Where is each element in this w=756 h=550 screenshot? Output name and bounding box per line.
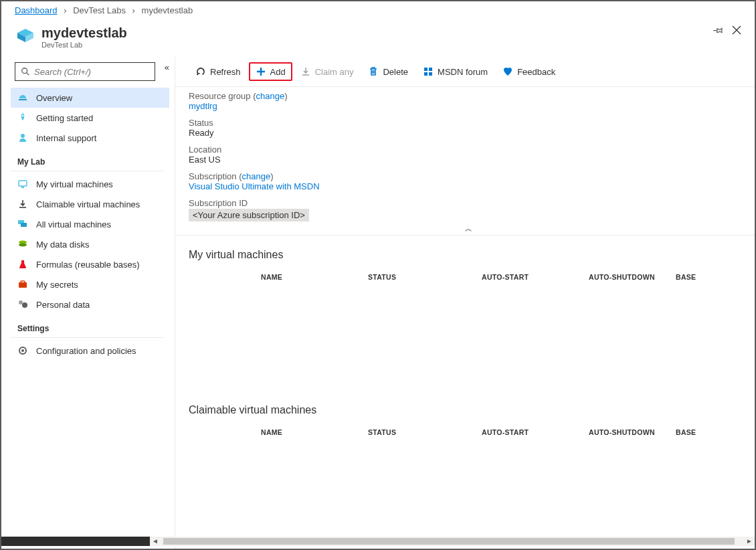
sidebar-item-claimable-vms[interactable]: Claimable virtual machines bbox=[11, 194, 169, 214]
svg-rect-10 bbox=[19, 181, 27, 186]
svg-rect-27 bbox=[429, 72, 432, 76]
close-button[interactable] bbox=[732, 25, 741, 37]
chevron-right-icon: › bbox=[132, 5, 135, 15]
subscription-label: Subscription bbox=[189, 171, 237, 181]
status-value: Ready bbox=[189, 128, 214, 138]
scroll-left-button[interactable]: ◄ bbox=[150, 537, 161, 546]
sidebar-item-overview[interactable]: Overview bbox=[11, 88, 169, 108]
vm-icon bbox=[17, 179, 28, 189]
section-title: Claimable virtual machines bbox=[189, 404, 741, 416]
column-auto-shutdown[interactable]: AUTO-SHUTDOWN bbox=[589, 273, 676, 281]
sidebar-item-label: My data disks bbox=[36, 240, 89, 250]
page-subtitle: DevTest Lab bbox=[41, 41, 127, 49]
section-title: My virtual machines bbox=[189, 249, 741, 261]
sidebar: « Overview Getting started Internal supp… bbox=[1, 57, 175, 550]
column-status[interactable]: STATUS bbox=[368, 273, 482, 281]
collapse-sidebar-button[interactable]: « bbox=[165, 62, 169, 72]
bottom-bars: ◄ ► bbox=[1, 534, 755, 549]
subscription-id-label: Subscription ID bbox=[189, 198, 248, 208]
status-label: Status bbox=[189, 118, 213, 128]
sidebar-item-label: Configuration and policies bbox=[36, 346, 136, 356]
sidebar-item-my-data-disks[interactable]: My data disks bbox=[11, 234, 169, 254]
search-icon bbox=[21, 67, 30, 76]
svg-point-18 bbox=[19, 300, 23, 304]
claimable-vms-section: Claimable virtual machines NAME STATUS A… bbox=[175, 391, 755, 452]
column-base[interactable]: BASE bbox=[676, 273, 729, 281]
sidebar-item-formulas[interactable]: Formulas (reusable bases) bbox=[11, 254, 169, 274]
overview-icon bbox=[17, 92, 28, 103]
sidebar-item-label: Claimable virtual machines bbox=[36, 199, 140, 209]
svg-rect-13 bbox=[21, 223, 27, 227]
sidebar-item-all-vms[interactable]: All virtual machines bbox=[11, 214, 169, 234]
breadcrumb-dashboard[interactable]: Dashboard bbox=[15, 5, 58, 15]
resource-group-label: Resource group bbox=[189, 91, 251, 101]
sidebar-section-my-lab: My Lab bbox=[11, 148, 164, 171]
change-resource-group-link[interactable]: change bbox=[256, 91, 284, 101]
sidebar-item-my-secrets[interactable]: My secrets bbox=[11, 274, 169, 294]
svg-rect-17 bbox=[21, 281, 25, 283]
collapse-details-button[interactable]: ︽ bbox=[465, 223, 472, 234]
svg-point-9 bbox=[21, 134, 25, 138]
breadcrumb-current: mydevtestlab bbox=[142, 5, 193, 15]
column-name[interactable]: NAME bbox=[261, 273, 368, 281]
briefcase-icon bbox=[17, 279, 28, 290]
table-header: NAME STATUS AUTO-START AUTO-SHUTDOWN BAS… bbox=[189, 426, 741, 439]
search-input[interactable] bbox=[34, 67, 149, 77]
svg-rect-7 bbox=[19, 99, 27, 100]
svg-rect-25 bbox=[429, 68, 432, 71]
column-auto-start[interactable]: AUTO-START bbox=[482, 273, 589, 281]
sidebar-item-label: Internal support bbox=[36, 133, 96, 143]
devtest-lab-icon bbox=[15, 25, 36, 46]
scroll-thumb[interactable] bbox=[163, 538, 735, 545]
sidebar-item-getting-started[interactable]: Getting started bbox=[11, 108, 169, 128]
sidebar-section-settings: Settings bbox=[11, 314, 164, 338]
toolbar-label: Claim any bbox=[315, 67, 354, 77]
grid-icon bbox=[423, 66, 434, 77]
toolbar: Refresh Add Claim any Delete MSDN forum … bbox=[175, 57, 755, 87]
column-base[interactable]: BASE bbox=[676, 428, 729, 436]
sidebar-item-config-policies[interactable]: Configuration and policies bbox=[11, 341, 169, 361]
horizontal-scrollbar[interactable]: ◄ ► bbox=[150, 537, 755, 546]
delete-button[interactable]: Delete bbox=[361, 62, 415, 81]
svg-point-19 bbox=[22, 302, 27, 308]
sidebar-item-label: All virtual machines bbox=[36, 219, 111, 230]
resource-group-value[interactable]: mydtlrg bbox=[189, 101, 217, 111]
refresh-icon bbox=[195, 66, 206, 77]
refresh-button[interactable]: Refresh bbox=[189, 62, 248, 81]
disks-icon bbox=[17, 239, 28, 250]
breadcrumb-devtest-labs[interactable]: DevTest Labs bbox=[73, 5, 126, 15]
sidebar-item-label: Overview bbox=[36, 93, 72, 103]
resource-details: Resource group (change) mydtlrg Status R… bbox=[175, 87, 755, 236]
msdn-forum-button[interactable]: MSDN forum bbox=[416, 62, 494, 81]
pin-button[interactable] bbox=[713, 25, 724, 37]
toolbar-label: MSDN forum bbox=[438, 67, 488, 77]
sidebar-item-label: Formulas (reusable bases) bbox=[36, 260, 140, 270]
sidebar-item-personal-data[interactable]: Personal data bbox=[11, 294, 169, 314]
feedback-button[interactable]: Feedback bbox=[496, 62, 562, 81]
change-subscription-link[interactable]: change bbox=[242, 171, 271, 181]
svg-point-21 bbox=[21, 349, 24, 352]
column-name[interactable]: NAME bbox=[261, 428, 368, 436]
svg-point-5 bbox=[22, 68, 27, 74]
scroll-right-button[interactable]: ► bbox=[744, 537, 755, 546]
svg-point-8 bbox=[22, 115, 24, 117]
toolbar-label: Refresh bbox=[210, 67, 241, 77]
sidebar-item-label: My virtual machines bbox=[36, 179, 113, 189]
flask-icon bbox=[17, 259, 28, 270]
column-auto-shutdown[interactable]: AUTO-SHUTDOWN bbox=[589, 428, 676, 436]
sidebar-item-my-vms[interactable]: My virtual machines bbox=[11, 174, 169, 194]
heart-icon bbox=[502, 66, 513, 77]
rocket-icon bbox=[17, 112, 28, 123]
search-box[interactable] bbox=[15, 62, 155, 81]
svg-line-6 bbox=[27, 73, 29, 76]
toolbar-label: Feedback bbox=[517, 67, 555, 77]
location-value: East US bbox=[189, 155, 221, 165]
trash-icon bbox=[368, 66, 379, 77]
subscription-value[interactable]: Visual Studio Ultimate with MSDN bbox=[189, 181, 320, 191]
column-auto-start[interactable]: AUTO-START bbox=[482, 428, 589, 436]
personal-data-icon bbox=[17, 299, 28, 310]
sidebar-item-internal-support[interactable]: Internal support bbox=[11, 128, 169, 148]
my-vms-section: My virtual machines NAME STATUS AUTO-STA… bbox=[175, 236, 755, 391]
column-status[interactable]: STATUS bbox=[368, 428, 482, 436]
add-button[interactable]: Add bbox=[249, 62, 292, 81]
